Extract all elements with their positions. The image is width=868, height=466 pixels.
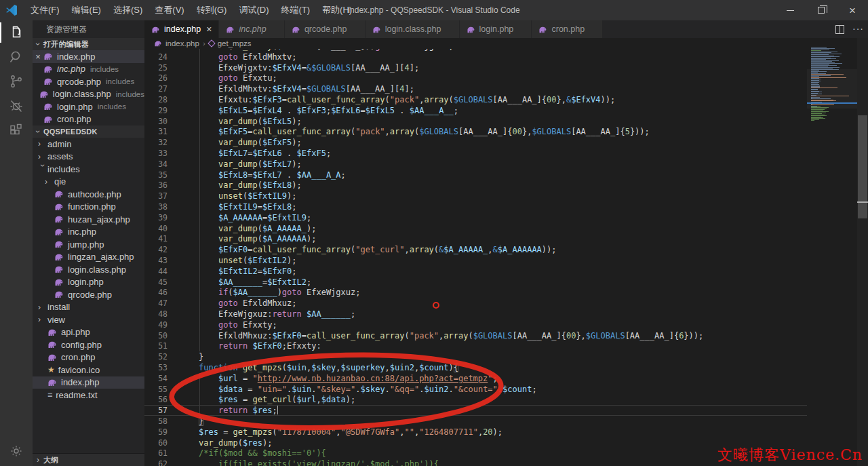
- code-line-38[interactable]: 38 $EfxtIL9=$EfxL8;: [144, 201, 807, 212]
- open-editor-item[interactable]: inc.phpincludes: [33, 63, 144, 76]
- debug-icon[interactable]: [0, 94, 33, 118]
- code-line-54[interactable]: 54 $url = "http://www.nb.huzanbao.cn:88/…: [144, 373, 807, 384]
- line-number[interactable]: 58: [144, 416, 167, 426]
- menu-item[interactable]: 调试(D): [233, 0, 275, 20]
- split-editor-icon[interactable]: [835, 25, 844, 34]
- settings-gear-icon[interactable]: [0, 439, 33, 463]
- close-icon[interactable]: ×: [33, 52, 43, 62]
- code-line-56[interactable]: 56 $res = get_curl($url,$data);: [144, 394, 807, 405]
- minimap[interactable]: [807, 38, 857, 466]
- line-number[interactable]: 52: [144, 352, 167, 362]
- tree-folder-view[interactable]: ›view: [33, 313, 144, 326]
- maximize-button[interactable]: [806, 0, 837, 20]
- tree-file-lingzan_ajax.php[interactable]: lingzan_ajax.php: [33, 251, 144, 264]
- tree-file-jump.php[interactable]: jump.php: [33, 238, 144, 251]
- close-icon[interactable]: ×: [206, 24, 212, 34]
- code-line-37[interactable]: 37 unset($EfxtIL9);: [144, 191, 807, 201]
- line-number[interactable]: 61: [144, 448, 167, 458]
- tree-file-index.php[interactable]: index.php: [33, 376, 144, 389]
- code-line-30[interactable]: 30 var_dump($EfxL5);: [144, 116, 807, 127]
- tab-login.class.php[interactable]: login.class.php×: [366, 20, 460, 38]
- line-number[interactable]: 33: [144, 149, 167, 158]
- tree-file-favicon.ico[interactable]: ★favicon.ico: [33, 364, 144, 376]
- code-line-59[interactable]: 59$res = get_mpzs("1178710004","@SDWf7GW…: [144, 427, 807, 438]
- code-line-36[interactable]: 36 var_dump($EfxL8);: [144, 180, 807, 191]
- source-control-icon[interactable]: [0, 69, 33, 94]
- open-editors-header[interactable]: › 打开的编辑器: [33, 38, 144, 50]
- tree-file-function.php[interactable]: function.php: [33, 201, 144, 214]
- code-line-51[interactable]: 51 return $EfxF0;Efxxty:: [144, 341, 807, 352]
- line-number[interactable]: 41: [144, 234, 167, 244]
- tree-folder-qie[interactable]: ›qie: [33, 176, 144, 189]
- code-line-57[interactable]: 57 return $res;: [144, 405, 807, 416]
- code-line-46[interactable]: 46 if($AA______)goto EfxeWjgxuz;: [144, 288, 807, 298]
- code-line-48[interactable]: 48 EfxeWjgxuz:return $AA______;: [144, 309, 807, 319]
- code-line-42[interactable]: 42 $EfxF0=call_user_func_array("get_curl…: [144, 244, 807, 255]
- line-number[interactable]: 42: [144, 245, 167, 254]
- search-icon[interactable]: [0, 45, 33, 69]
- code-line-55[interactable]: 55 $data = "uin=".$uin."&skey=".$skey."&…: [144, 384, 807, 395]
- breadcrumb-file[interactable]: index.php: [165, 39, 199, 47]
- line-number[interactable]: 38: [144, 202, 167, 212]
- tree-file-huzan_ajax.php[interactable]: huzan_ajax.php: [33, 213, 144, 226]
- code-line-24[interactable]: 24 goto EfxldMhxtv;: [144, 52, 807, 62]
- tree-file-config.php[interactable]: config.php: [33, 338, 144, 351]
- line-number[interactable]: 35: [144, 170, 167, 180]
- line-number[interactable]: 37: [144, 191, 167, 201]
- line-number[interactable]: 32: [144, 138, 167, 147]
- line-number[interactable]: 25: [144, 63, 167, 73]
- line-number[interactable]: 55: [144, 385, 167, 394]
- code-line-50[interactable]: 50 EfxldMhxuz:$EfxF0=call_user_func_arra…: [144, 330, 807, 341]
- tree-file-authcode.php[interactable]: authcode.php: [33, 188, 144, 201]
- scrollbar-thumb[interactable]: [858, 115, 867, 218]
- open-editor-item[interactable]: cron.php: [33, 113, 144, 126]
- code-line-61[interactable]: 61/*if($mod && $moshi=='0'){: [144, 448, 807, 459]
- line-number[interactable]: 31: [144, 127, 167, 136]
- line-number[interactable]: 39: [144, 213, 167, 222]
- menu-item[interactable]: 文件(F): [24, 0, 66, 20]
- code-line-58[interactable]: 58}: [144, 416, 807, 427]
- breadcrumb-symbol[interactable]: get_mpzs: [218, 39, 252, 47]
- tab-index.php[interactable]: index.php×: [144, 20, 219, 38]
- extensions-icon[interactable]: [0, 118, 33, 142]
- open-editor-item[interactable]: login.class.phpincludes: [33, 88, 144, 101]
- line-number[interactable]: 45: [144, 277, 167, 287]
- line-number[interactable]: 40: [144, 224, 167, 233]
- code-line-25[interactable]: 25 EfxeWjgxtv:$EfxV4=&$GLOBALS[AA___AA_]…: [144, 62, 807, 73]
- tree-folder-assets[interactable]: ›assets: [33, 151, 144, 163]
- tree-file-qrcode.php[interactable]: qrcode.php: [33, 288, 144, 301]
- line-number[interactable]: 27: [144, 84, 167, 94]
- menu-item[interactable]: 转到(G): [191, 0, 233, 20]
- code-line-52[interactable]: 52}: [144, 351, 807, 362]
- code-line-26[interactable]: 26 goto Efxxtu;: [144, 73, 807, 84]
- line-number[interactable]: 49: [144, 320, 167, 330]
- open-editor-item[interactable]: ×index.php: [33, 50, 144, 63]
- menu-item[interactable]: 终端(T): [275, 0, 316, 20]
- line-number[interactable]: 56: [144, 395, 167, 404]
- code-line-43[interactable]: 43 unset($EfxtIL2);: [144, 255, 807, 266]
- tree-folder-includes[interactable]: ›includes: [33, 163, 144, 176]
- menu-item[interactable]: 查看(V): [149, 0, 190, 20]
- code-line-60[interactable]: 60var_dump($res);: [144, 438, 807, 448]
- more-actions-icon[interactable]: ···: [852, 27, 864, 31]
- tab-inc.php[interactable]: inc.php×: [219, 20, 285, 38]
- open-editor-item[interactable]: login.phpincludes: [33, 100, 144, 113]
- line-number[interactable]: 34: [144, 159, 167, 169]
- explorer-icon[interactable]: [0, 20, 33, 45]
- line-number[interactable]: 59: [144, 427, 167, 437]
- line-number[interactable]: 24: [144, 52, 167, 62]
- line-number[interactable]: 44: [144, 267, 167, 276]
- minimize-button[interactable]: [774, 0, 806, 20]
- tree-file-api.php[interactable]: api.php: [33, 326, 144, 339]
- code-line-62[interactable]: 62 if(file_exists('view/lingzan/'.$mod.'…: [144, 459, 807, 466]
- line-number[interactable]: 62: [144, 459, 167, 466]
- outline-header[interactable]: › 大纲: [33, 454, 144, 466]
- open-editor-item[interactable]: qrcode.phpincludes: [33, 75, 144, 88]
- line-number[interactable]: 29: [144, 106, 167, 115]
- line-number[interactable]: 28: [144, 95, 167, 104]
- line-number[interactable]: 51: [144, 341, 167, 351]
- line-number[interactable]: 60: [144, 438, 167, 448]
- tree-file-cron.php[interactable]: cron.php: [33, 351, 144, 364]
- code-line-44[interactable]: 44 $EfxtIL2=$EfxF0;: [144, 266, 807, 277]
- code-line-29[interactable]: 29 $EfxL5=$EfxL4 . $EfxF3;$EfxL6=$EfxL5 …: [144, 105, 807, 116]
